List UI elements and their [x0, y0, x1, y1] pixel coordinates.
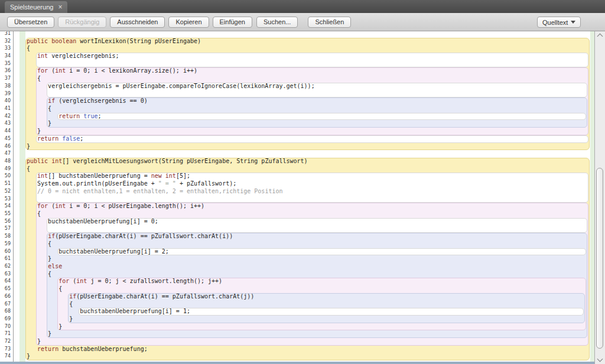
line-number: 66	[0, 293, 11, 301]
code-line[interactable]: buchstabenUeberpruefung[i] = 1;	[27, 308, 190, 316]
code-line[interactable]: for (int i = 0; i < lexikonArray.size();…	[27, 67, 197, 75]
compile-button[interactable]: Übersetzen	[7, 17, 54, 28]
line-number: 31	[0, 31, 11, 38]
line-number: 37	[0, 75, 11, 83]
code-line[interactable]: public int[] vergleichMitLoesungswort(St…	[27, 158, 308, 165]
cut-button[interactable]: Ausschneiden	[110, 17, 165, 28]
line-number: 36	[0, 67, 11, 75]
line-number: 68	[0, 308, 11, 316]
line-number: 35	[0, 60, 11, 68]
code-line[interactable]: {	[27, 285, 62, 293]
code-line[interactable]: }	[27, 143, 30, 151]
copy-button[interactable]: Kopieren	[168, 17, 209, 28]
code-line[interactable]: {	[27, 271, 51, 278]
code-line[interactable]: int vergleichsergebnis;	[27, 53, 119, 60]
code-line[interactable]: // 0 = nicht enthalten,1 = enthalten, 2 …	[27, 188, 282, 196]
code-line[interactable]: }	[27, 255, 51, 263]
tab-spielsteuerung[interactable]: Spielsteuerung ×	[5, 1, 67, 13]
code-canvas: public boolean wortInLexikon(String pUse…	[0, 31, 594, 364]
close-icon[interactable]: ×	[58, 4, 62, 11]
code-line[interactable]: }	[27, 330, 51, 338]
paste-button[interactable]: Einfügen	[213, 17, 252, 28]
line-number: 39	[0, 90, 11, 98]
code-line[interactable]: }	[27, 353, 30, 360]
line-number: 41	[0, 105, 11, 113]
line-number: 71	[0, 330, 11, 338]
line-number: 44	[0, 128, 11, 135]
line-number: 46	[0, 143, 11, 151]
code-line[interactable]: return true;	[27, 113, 101, 121]
code-line[interactable]: else	[27, 263, 62, 271]
code-line[interactable]: public boolean wortInLexikon(String pUse…	[27, 38, 201, 46]
line-number: 48	[0, 158, 11, 165]
code-line[interactable]: System.out.println(pUserEingabe + " = " …	[27, 180, 236, 188]
line-number: 57	[0, 225, 11, 233]
chevron-down-icon	[571, 21, 575, 24]
code-line[interactable]: {	[27, 75, 41, 83]
code-line[interactable]: {	[27, 45, 30, 53]
line-number: 73	[0, 346, 11, 353]
code-line[interactable]: vergleichsergebnis = pUserEingabe.compar…	[27, 83, 315, 90]
tab-title: Spielsteuerung	[10, 4, 53, 11]
vertical-scrollbar[interactable]	[594, 31, 605, 364]
code-line[interactable]: for (int i = 0; i < pUserEingabe.length(…	[27, 203, 204, 210]
line-number: 69	[0, 316, 11, 323]
code-line[interactable]: }	[27, 120, 51, 128]
line-number: 58	[0, 233, 11, 240]
scope-box-statement	[36, 135, 588, 143]
close-button[interactable]: Schließen	[308, 17, 351, 28]
code-line[interactable]: for (int j = 0; j < zufallswort.length()…	[27, 278, 222, 285]
line-number: 34	[0, 53, 11, 60]
line-number: 56	[0, 218, 11, 226]
view-mode-value: Quelltext	[542, 19, 568, 26]
line-number: 64	[0, 278, 11, 285]
code-line[interactable]: if (vergleichsergebnis == 0)	[27, 98, 148, 105]
line-number: 59	[0, 240, 11, 248]
code-line[interactable]: {	[27, 240, 51, 248]
line-number: 60	[0, 248, 11, 256]
code-editor[interactable]: public boolean wortInLexikon(String pUse…	[0, 31, 605, 364]
line-number: 61	[0, 255, 11, 263]
undo-button: Rückgängig	[58, 17, 106, 28]
line-number: 42	[0, 113, 11, 121]
code-line[interactable]: {	[27, 165, 30, 173]
line-number: 62	[0, 263, 11, 271]
code-line[interactable]: if(pUserEingabe.charAt(i) == pZufallswor…	[27, 233, 233, 240]
line-number: 50	[0, 173, 11, 180]
view-mode-select[interactable]: Quelltext	[537, 17, 581, 28]
gutter: 3132333435363738394041424344454647484950…	[0, 31, 14, 364]
scope-box-statement	[57, 113, 586, 121]
code-line[interactable]: }	[27, 128, 41, 135]
toolbar: Übersetzen Rückgängig Ausschneiden Kopie…	[0, 13, 605, 31]
code-line[interactable]: buchstabenUeberpruefung[i] = 2;	[27, 248, 169, 256]
line-number: 47	[0, 150, 11, 158]
line-number: 38	[0, 83, 11, 90]
code-line[interactable]: }	[27, 316, 73, 323]
scrollbar-thumb[interactable]	[596, 168, 603, 349]
code-line[interactable]: return false;	[27, 135, 83, 143]
code-line[interactable]: {	[27, 105, 51, 113]
code-line[interactable]: }	[27, 323, 62, 331]
line-number: 63	[0, 271, 11, 278]
code-line[interactable]: {	[27, 210, 41, 218]
line-number: 70	[0, 323, 11, 331]
line-number: 65	[0, 285, 11, 293]
line-number: 72	[0, 338, 11, 346]
line-number: 49	[0, 165, 11, 173]
code-line[interactable]: buchstabenUeberpruefung[i] = 0;	[27, 218, 158, 226]
line-number: 32	[0, 38, 11, 46]
code-line[interactable]: return buchstabenUeberpruefung;	[27, 346, 148, 353]
tab-bar: Spielsteuerung ×	[0, 0, 605, 13]
line-number: 55	[0, 210, 11, 218]
find-button[interactable]: Suchen...	[256, 17, 298, 28]
line-number: 33	[0, 45, 11, 53]
code-line[interactable]: if(pUserEingabe.charAt(i) == pZufallswor…	[27, 293, 254, 301]
line-number: 51	[0, 180, 11, 188]
scroll-up-icon[interactable]	[597, 34, 603, 40]
code-line[interactable]: {	[27, 301, 73, 308]
line-number: 53	[0, 196, 11, 203]
line-number: 40	[0, 98, 11, 105]
code-line[interactable]: int[] buchstabenUeberpruefung = new int[…	[27, 173, 190, 180]
code-line[interactable]: }	[27, 338, 41, 346]
scroll-down-icon[interactable]	[597, 356, 603, 362]
